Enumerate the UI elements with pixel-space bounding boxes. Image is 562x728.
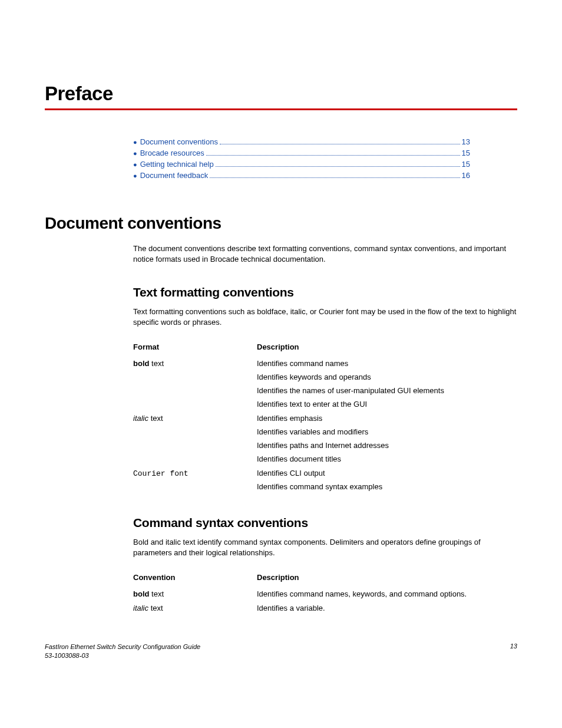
description-cell: Identifies a variable. [257,602,517,616]
toc-page: 13 [462,137,470,146]
toc-label: Brocade resources [140,149,204,157]
format-bold-sample: bold [133,359,149,368]
description-cell: Identifies CLI output Identifies command… [257,467,517,495]
bullet-icon: ● [133,150,137,157]
format-cell: italic text [133,412,257,467]
col-header-description: Description [257,571,517,588]
command-syntax-table: Convention Description bold text Identif… [133,571,517,616]
toc-label: Getting technical help [140,160,214,169]
subsection-intro: Bold and italic text identify command sy… [133,537,517,558]
toc-entry[interactable]: ● Document conventions 13 [133,137,470,146]
table-row: italic text Identifies emphasis Identifi… [133,412,517,467]
footer-left: FastIron Ethernet Switch Security Config… [45,643,200,660]
toc-page: 15 [462,160,470,169]
toc-leader [220,144,460,144]
bullet-icon: ● [133,172,137,179]
page-footer: FastIron Ethernet Switch Security Config… [45,643,517,660]
description-line: Identifies paths and Internet addresses [257,441,511,450]
format-rest: text [148,604,163,612]
table-of-contents: ● Document conventions 13 ● Brocade reso… [133,137,470,180]
description-cell: Identifies emphasis Identifies variables… [257,412,517,467]
toc-entry[interactable]: ● Brocade resources 15 [133,149,470,157]
format-cell: bold text [133,357,257,412]
col-header-convention: Convention [133,571,257,588]
description-cell: Identifies command names Identifies keyw… [257,357,517,412]
format-cell: italic text [133,602,257,616]
toc-label: Document conventions [140,137,218,146]
format-mono-sample: Courier font [133,469,189,478]
toc-page: 15 [462,149,470,157]
table-row: Courier font Identifies CLI output Ident… [133,467,517,495]
format-bold-sample: bold [133,589,149,598]
description-line: Identifies text to enter at the GUI [257,400,511,409]
toc-entry[interactable]: ● Document feedback 16 [133,171,470,180]
footer-page-number: 13 [510,643,517,650]
format-italic-sample: italic [133,414,148,423]
table-header-row: Format Description [133,340,517,357]
section-intro: The document conventions describe text f… [133,243,517,264]
toc-label: Document feedback [140,171,209,180]
format-italic-sample: italic [133,604,148,612]
page-title: Preface [45,83,517,105]
description-line: Identifies command syntax examples [257,482,511,491]
col-header-format: Format [133,340,257,357]
toc-entry[interactable]: ● Getting technical help 15 [133,160,470,169]
format-cell: bold text [133,588,257,602]
description-cell: Identifies command names, keywords, and … [257,588,517,602]
text-formatting-table: Format Description bold text Identifies … [133,340,517,495]
description-line: Identifies CLI output [257,469,511,477]
description-line: Identifies keywords and operands [257,373,511,381]
section-heading-documentconventions: Document conventions [45,214,517,233]
description-line: Identifies command names [257,359,511,368]
table-row: bold text Identifies command names Ident… [133,357,517,412]
footer-doc-number: 53-1003088-03 [45,651,200,660]
toc-leader [206,155,460,156]
description-line: Identifies document titles [257,454,511,463]
table-row: bold text Identifies command names, keyw… [133,588,517,602]
table-row: italic text Identifies a variable. [133,602,517,616]
col-header-description: Description [257,340,517,357]
subsection-heading-textformatting: Text formatting conventions [133,285,517,299]
description-line: Identifies variables and modifiers [257,427,511,436]
toc-leader [216,166,460,167]
format-rest: text [149,359,164,368]
format-cell: Courier font [133,467,257,495]
subsection-intro: Text formatting conventions such as bold… [133,307,517,327]
description-line: Identifies the names of user-manipulated… [257,386,511,395]
footer-doc-title: FastIron Ethernet Switch Security Config… [45,643,200,651]
toc-leader [210,177,459,178]
bullet-icon: ● [133,139,137,146]
description-line: Identifies a variable. [257,604,511,612]
title-rule [45,108,517,110]
toc-page: 16 [462,171,470,180]
bullet-icon: ● [133,161,137,168]
subsection-heading-commandsyntax: Command syntax conventions [133,516,517,530]
format-rest: text [148,414,163,423]
description-line: Identifies command names, keywords, and … [257,589,511,598]
description-line: Identifies emphasis [257,414,511,423]
table-header-row: Convention Description [133,571,517,588]
format-rest: text [149,589,164,598]
